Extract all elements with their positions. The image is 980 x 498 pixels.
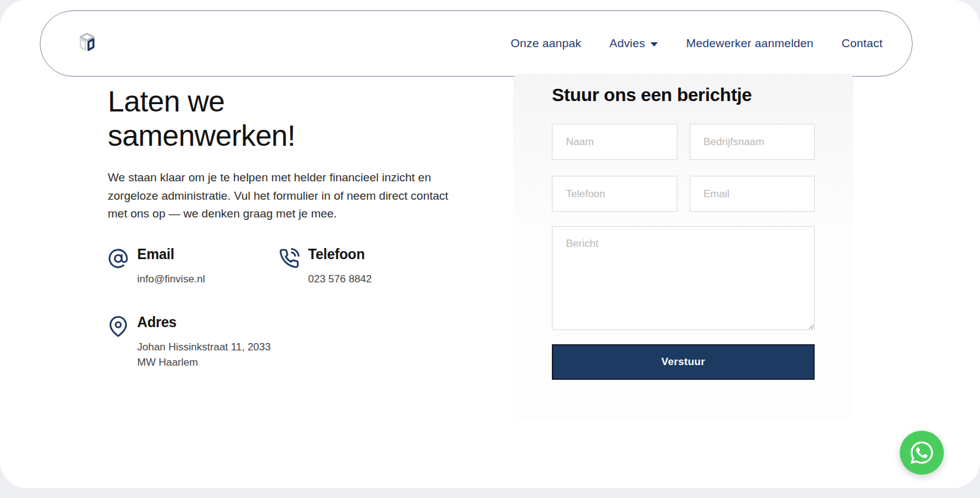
contact-info-email: Email info@finvise.nl: [108, 246, 279, 287]
hero-section: Laten we samenwerken! We staan klaar om …: [108, 85, 463, 222]
nav-item-advies[interactable]: Advies: [609, 37, 658, 50]
email-value[interactable]: info@finvise.nl: [137, 271, 205, 287]
contact-info-grid: Email info@finvise.nl Telefoon 023 576 8…: [108, 246, 372, 371]
contact-info-phone: Telefoon 023 576 8842: [279, 246, 372, 287]
form-title: Stuur ons een berichtje: [552, 82, 815, 108]
top-navbar: Onze aanpak Advies Medewerker aanmelden …: [40, 10, 913, 77]
address-label: Adres: [137, 314, 278, 331]
nav-item-onze-aanpak[interactable]: Onze aanpak: [511, 37, 581, 50]
nav-item-label: Contact: [842, 37, 883, 50]
form-field-grid: [552, 124, 815, 212]
at-sign-icon: [108, 248, 129, 269]
phone-value[interactable]: 023 576 8842: [308, 271, 372, 287]
nav-item-label: Medewerker aanmelden: [686, 37, 813, 50]
verstuur-button[interactable]: Verstuur: [552, 344, 815, 380]
nav-menu: Onze aanpak Advies Medewerker aanmelden …: [511, 37, 883, 50]
phone-label: Telefoon: [308, 246, 372, 263]
naam-input[interactable]: [552, 124, 677, 160]
whatsapp-button[interactable]: [900, 431, 944, 475]
cube-logo-icon: [76, 32, 98, 55]
email-label: Email: [137, 246, 205, 263]
chevron-down-icon: [650, 42, 658, 47]
finvise-logo[interactable]: [76, 32, 98, 55]
nav-item-contact[interactable]: Contact: [842, 37, 883, 50]
bedrijfsnaam-input[interactable]: [690, 124, 815, 160]
nav-item-medewerker-aanmelden[interactable]: Medewerker aanmelden: [686, 37, 813, 50]
address-value: Johan Hissinkstraat 11, 2033 MW Haarlem: [137, 339, 278, 371]
whatsapp-icon: [909, 440, 935, 466]
map-pin-icon: [108, 316, 129, 337]
email-input[interactable]: [690, 176, 815, 212]
telefoon-input[interactable]: [552, 176, 677, 212]
nav-item-label: Advies: [609, 37, 645, 50]
contact-info-address: Adres Johan Hissinkstraat 11, 2033 MW Ha…: [108, 314, 279, 371]
bericht-textarea[interactable]: [552, 226, 815, 330]
phone-call-icon: [279, 248, 300, 269]
page-title: Laten we samenwerken!: [108, 85, 365, 153]
contact-form-card: Stuur ons een berichtje Verstuur: [513, 74, 853, 420]
nav-item-label: Onze aanpak: [511, 37, 581, 50]
hero-description: We staan klaar om je te helpen met helde…: [108, 168, 452, 222]
